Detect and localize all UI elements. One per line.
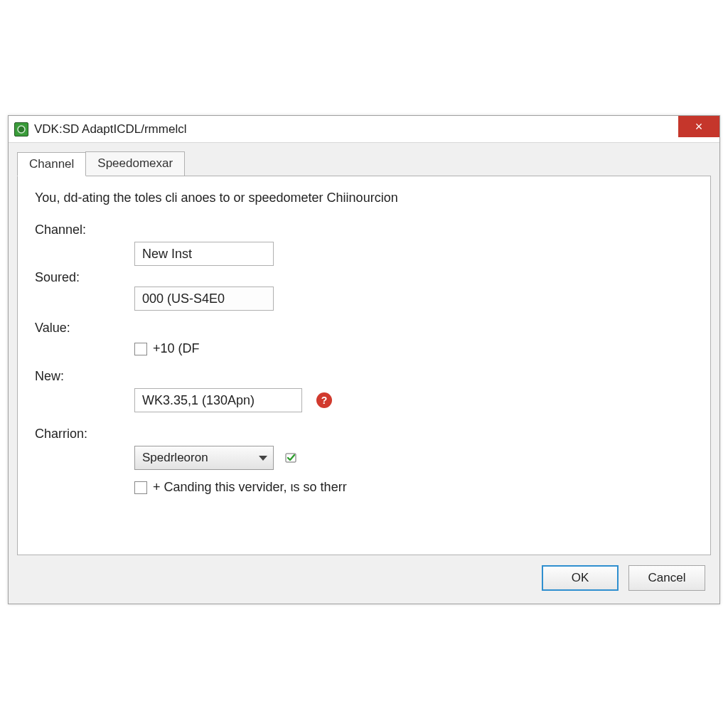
soured-input[interactable] [134, 287, 274, 311]
cancel-button[interactable]: Cancel [628, 565, 705, 591]
help-glyph: ? [321, 395, 328, 406]
cancel-label: Cancel [648, 571, 686, 585]
new-label: New: [35, 369, 134, 384]
canding-checkbox-row: + Canding this vervider, ιs so therr [134, 480, 693, 495]
ok-label: OK [572, 571, 589, 585]
apply-icon[interactable] [284, 450, 299, 466]
row-channel-input [35, 242, 693, 266]
canding-checkbox-label: + Canding this vervider, ιs so therr [153, 480, 347, 495]
tab-label: Channel [29, 157, 74, 171]
row-channel: Channel: [35, 223, 693, 237]
row-charrion: Charrion: [35, 427, 693, 441]
value-checkbox-label: +10 (DF [153, 341, 200, 356]
svg-point-0 [18, 126, 25, 133]
charrion-selected: Spedrleoron [142, 451, 208, 465]
intro-text: You, dd-ating the toles cli anoes to or … [35, 191, 693, 205]
row-new: New: [35, 369, 693, 384]
tab-label: Speedomexar [97, 156, 173, 170]
row-soured-input [35, 287, 693, 311]
tab-strip: Channel Speedomexar [17, 151, 184, 176]
tab-channel[interactable]: Channel [17, 152, 86, 176]
channel-label: Channel: [35, 223, 134, 237]
row-soured: Soured: [35, 270, 693, 285]
soured-label: Soured: [35, 270, 134, 285]
value-checkbox[interactable] [134, 343, 147, 355]
ok-button[interactable]: OK [542, 565, 619, 591]
charrion-dropdown[interactable]: Spedrleoron [134, 446, 274, 470]
help-icon[interactable]: ? [316, 392, 332, 408]
titlebar[interactable]: VDK:SD AdaptICDL/rmmelcl × [9, 116, 719, 143]
row-new-input: ? [35, 388, 693, 412]
charrion-label: Charrion: [35, 427, 134, 441]
window-title: VDK:SD AdaptICDL/rmmelcl [34, 122, 186, 136]
new-input[interactable] [134, 388, 302, 412]
value-checkbox-row: +10 (DF [134, 341, 693, 356]
tab-speedometer[interactable]: Speedomexar [85, 151, 185, 176]
close-button[interactable]: × [678, 116, 719, 137]
dialog-window: VDK:SD AdaptICDL/rmmelcl × Channel Speed… [8, 115, 720, 604]
client-area: Channel Speedomexar You, dd-ating the to… [9, 143, 719, 604]
tab-pane-channel: You, dd-ating the toles cli anoes to or … [17, 176, 711, 555]
dialog-button-row: OK Cancel [542, 565, 705, 591]
channel-input[interactable] [134, 242, 274, 266]
app-icon [14, 122, 28, 136]
chevron-down-icon [259, 456, 267, 461]
close-icon: × [695, 119, 703, 134]
row-charrion-input: Spedrleoron [35, 446, 693, 470]
value-label: Value: [35, 321, 134, 336]
row-value: Value: [35, 321, 693, 336]
canding-checkbox[interactable] [134, 481, 147, 494]
